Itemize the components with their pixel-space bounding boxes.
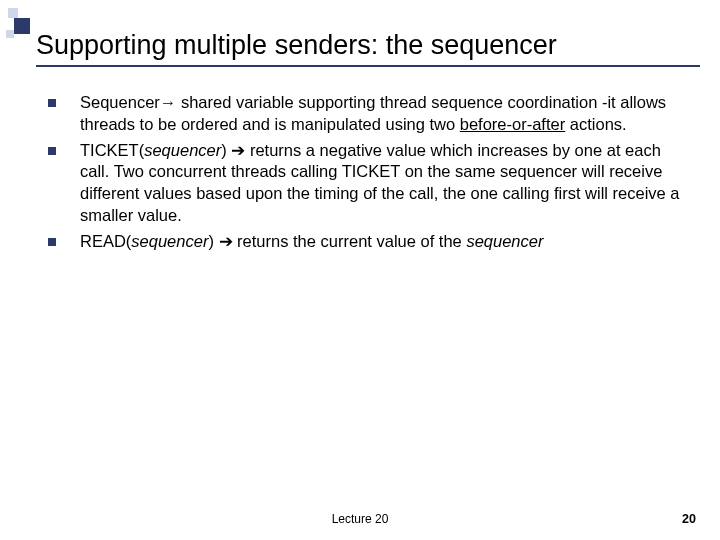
bullet-text: READ(sequencer) ➔ returns the current va…	[80, 231, 684, 253]
bullet-text: TICKET(sequencer) ➔ returns a negative v…	[80, 140, 684, 227]
bullet-marker-icon	[48, 238, 56, 246]
bullet-item: READ(sequencer) ➔ returns the current va…	[48, 231, 684, 253]
footer-page-number: 20	[682, 512, 696, 526]
bullet-underline: before-or-after	[460, 115, 565, 133]
slide-title: Supporting multiple senders: the sequenc…	[36, 30, 700, 67]
arrow-icon: ➔	[231, 141, 245, 159]
arrow-icon: →	[160, 93, 177, 111]
arrow-icon: ➔	[219, 232, 233, 250]
footer-lecture-label: Lecture 20	[0, 512, 720, 526]
deco-square-dark	[14, 18, 30, 34]
deco-square-light	[8, 8, 18, 18]
bullet-item: TICKET(sequencer) ➔ returns a negative v…	[48, 140, 684, 227]
bullet-lead: Sequencer	[80, 93, 160, 111]
slide-content: Sequencer→ shared variable supporting th…	[48, 92, 684, 256]
bullet-text: Sequencer→ shared variable supporting th…	[80, 92, 684, 136]
deco-square-light	[6, 30, 14, 38]
bullet-marker-icon	[48, 99, 56, 107]
bullet-lead: READ(sequencer)	[80, 232, 219, 250]
bullet-tail: actions.	[565, 115, 626, 133]
bullet-item: Sequencer→ shared variable supporting th…	[48, 92, 684, 136]
bullet-lead: TICKET(sequencer)	[80, 141, 231, 159]
bullet-tail: returns the current value of the sequenc…	[233, 232, 544, 250]
bullet-marker-icon	[48, 147, 56, 155]
